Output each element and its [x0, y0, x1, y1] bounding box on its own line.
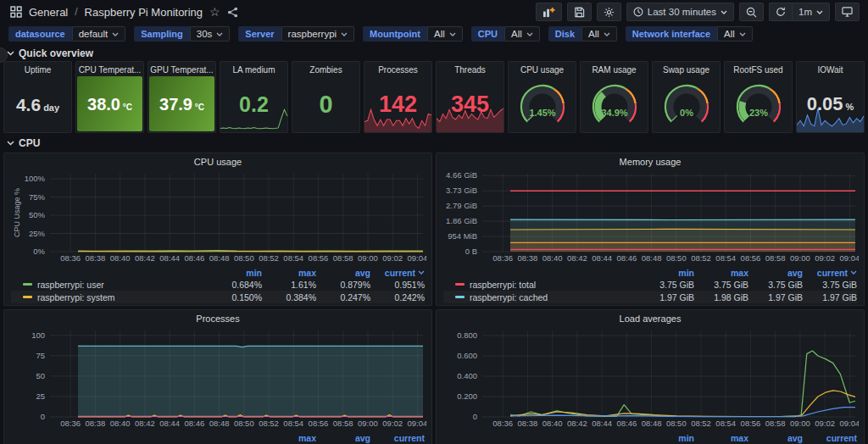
panel-title[interactable]: LA medium [220, 62, 287, 76]
legend-col-current[interactable]: current [370, 433, 425, 443]
svg-text:08:42: 08:42 [135, 419, 155, 428]
legend-col-min[interactable]: min [640, 268, 694, 278]
zoom-out-button[interactable] [739, 3, 764, 21]
panel-title[interactable]: IOWait [797, 62, 864, 76]
svg-text:08:56: 08:56 [741, 253, 761, 263]
filter-value-cpu[interactable]: All [504, 26, 540, 42]
panel-title[interactable]: RootFS used [725, 62, 792, 76]
panel-title[interactable]: Zombies [292, 62, 359, 76]
filter-value-sampling[interactable]: 30s [190, 26, 231, 42]
legend-series-raspberrypi-system[interactable]: raspberrypi: system [11, 292, 208, 302]
svg-text:08:56: 08:56 [309, 419, 329, 428]
refresh-interval-label: 1m [798, 7, 812, 17]
filter-value-datasource[interactable]: default [72, 26, 126, 42]
svg-text:08:42: 08:42 [567, 253, 587, 263]
filter-label-datasource[interactable]: datasource [8, 26, 72, 42]
legend-col-avg[interactable]: avg [316, 268, 370, 278]
svg-text:08:44: 08:44 [592, 253, 612, 263]
series-swatch [455, 296, 465, 298]
svg-text:100: 100 [31, 330, 45, 340]
save-dashboard-button[interactable] [567, 3, 592, 21]
panel-title[interactable]: Processes [364, 62, 431, 76]
chart-panel-processes: Processes025507510008:3608:3808:4008:420… [3, 309, 432, 444]
legend-col-current[interactable]: current [370, 268, 425, 278]
legend-col-max[interactable]: max [694, 268, 748, 278]
svg-text:09:02: 09:02 [815, 419, 835, 428]
filter-value-network-interface[interactable]: All [717, 26, 753, 42]
filter-label-disk[interactable]: Disk [548, 26, 581, 42]
legend-cpu-usage: minmaxavgcurrentraspberrypi: user0.684%1… [11, 267, 425, 303]
dashboards-grid-icon[interactable] [10, 6, 22, 18]
processes-plot[interactable]: 025507510008:3608:3808:4008:4208:4408:46… [11, 327, 426, 429]
legend-col-current[interactable]: current [803, 268, 857, 278]
cpu-usage-plot[interactable]: 0%25%50%75%100%08:3608:3808:4008:4208:44… [11, 170, 426, 264]
refresh-button[interactable] [769, 3, 792, 21]
filter-label-network-interface[interactable]: Network interface [626, 26, 717, 42]
panel-title[interactable]: Swap usage [653, 62, 720, 76]
svg-text:08:38: 08:38 [86, 419, 106, 428]
section-cpu[interactable]: CPU [0, 136, 868, 150]
legend-col-min[interactable]: min [208, 268, 262, 278]
svg-text:09:00: 09:00 [358, 419, 378, 428]
panel-title[interactable]: CPU usage [11, 157, 425, 170]
star-icon[interactable]: ☆ [209, 5, 220, 19]
panel-title[interactable]: CPU usage [509, 62, 576, 76]
filter-label-sampling[interactable]: Sampling [134, 26, 190, 42]
breadcrumb-dashboard-title[interactable]: Raspberry Pi Monitoring [85, 6, 203, 19]
filter-value-disk[interactable]: All [581, 26, 617, 42]
panel-title[interactable]: Uptime [4, 62, 71, 76]
legend-series-raspberrypi-user[interactable]: raspberrypi: user [11, 280, 208, 290]
legend-col-min[interactable]: min [640, 433, 694, 443]
svg-text:08:46: 08:46 [184, 419, 204, 428]
filter-label-server[interactable]: Server [238, 26, 281, 42]
svg-text:09:02: 09:02 [815, 253, 835, 263]
svg-text:08:36: 08:36 [60, 253, 81, 263]
stat-body-gpu-temperat: 37.9 °C [149, 76, 214, 131]
filter-value-server[interactable]: raspberrypi [281, 26, 355, 42]
panel-title[interactable]: RAM usage [581, 62, 648, 76]
panel-title[interactable]: Memory usage [443, 157, 857, 170]
svg-text:08:44: 08:44 [592, 419, 612, 428]
legend-col-avg[interactable]: avg [748, 268, 803, 278]
cycle-view-mode-button[interactable] [835, 3, 860, 21]
legend-col-max[interactable]: max [262, 433, 316, 443]
filter-label-mountpoint[interactable]: Mountpoint [363, 26, 427, 42]
panel-title[interactable]: GPU Temperat... [148, 62, 215, 76]
filter-network-interface: Network interfaceAll [626, 26, 753, 42]
section-quick-overview[interactable]: Quick overview [0, 46, 868, 60]
legend-processes: maxavgcurrentraspberrypi: running10.0118… [11, 432, 425, 444]
chevron-down-icon [526, 32, 533, 36]
legend-row: raspberrypi: total3.75 GiB3.75 GiB3.75 G… [443, 278, 857, 291]
refresh-interval-dropdown[interactable]: 1m [792, 3, 830, 21]
legend-col-max[interactable]: max [262, 268, 316, 278]
svg-text:CPU Usage %: CPU Usage % [13, 188, 21, 237]
svg-text:08:54: 08:54 [283, 419, 303, 428]
breadcrumb-folder[interactable]: General [29, 6, 68, 19]
panel-title[interactable]: Threads [437, 62, 504, 76]
panel-title[interactable]: Processes [11, 314, 425, 327]
legend-value: 1.97 GiB [640, 292, 694, 302]
panel-title[interactable]: CPU Temperat... [76, 62, 143, 76]
svg-text:09:00: 09:00 [790, 419, 810, 428]
legend-series-raspberrypi-total[interactable]: raspberrypi: total [443, 280, 640, 290]
legend-col-max[interactable]: max [694, 433, 748, 443]
legend-col-current[interactable]: current [803, 433, 857, 443]
legend-value: 0.150% [208, 292, 262, 302]
dashboard-settings-button[interactable] [597, 3, 621, 21]
memory-usage-plot[interactable]: 0 B954 MiB1.86 GiB2.79 GiB3.73 GiB4.66 G… [443, 170, 859, 264]
add-panel-button[interactable] [536, 3, 562, 21]
share-icon[interactable] [227, 7, 238, 18]
legend-col-avg[interactable]: avg [316, 433, 370, 443]
filter-label-cpu[interactable]: CPU [471, 26, 504, 42]
svg-text:08:42: 08:42 [135, 253, 155, 263]
svg-text:08:38: 08:38 [518, 253, 538, 263]
panel-title[interactable]: Load averages [443, 314, 857, 327]
filter-value-mountpoint[interactable]: All [427, 26, 463, 42]
time-range-picker[interactable]: Last 30 minutes [626, 3, 734, 21]
load-averages-plot[interactable]: 00.2000.4000.6000.80008:3608:3808:4008:4… [443, 327, 859, 429]
svg-text:08:46: 08:46 [616, 253, 637, 263]
stat-body-cpu-usage: 1.45% [509, 76, 576, 132]
svg-text:09:04: 09:04 [840, 419, 859, 428]
legend-col-avg[interactable]: avg [748, 433, 803, 443]
legend-series-raspberrypi-cached[interactable]: raspberrypi: cached [443, 292, 640, 302]
